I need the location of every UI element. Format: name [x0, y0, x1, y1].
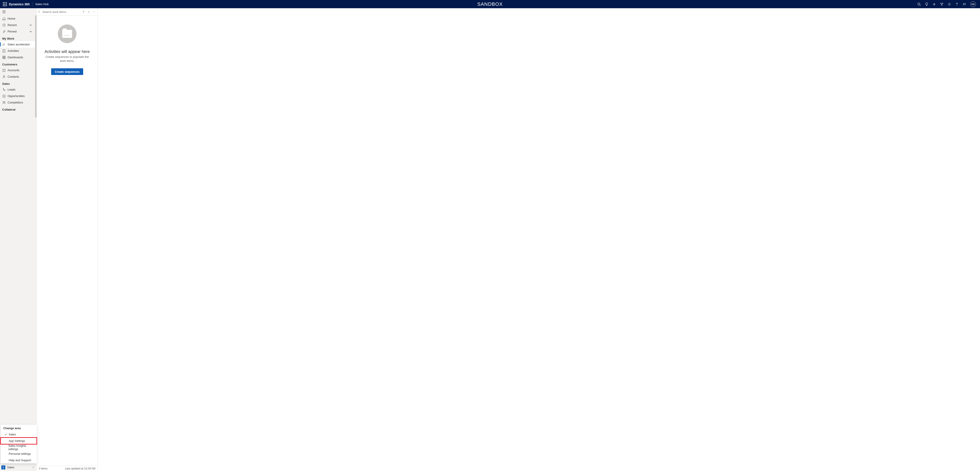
hamburger-icon[interactable] [2, 10, 6, 14]
search-icon[interactable] [38, 10, 40, 14]
section-customers: Customers [0, 61, 37, 67]
nav-label: Competitors [8, 101, 23, 104]
opportunity-icon [2, 94, 6, 98]
area-option-label: Sales Insights settings [8, 444, 34, 451]
svg-rect-22 [3, 57, 4, 59]
sidebar-item-accounts[interactable]: Accounts [0, 67, 37, 73]
sort-icon[interactable] [88, 10, 90, 14]
nav-label: Pinned [8, 30, 16, 33]
svg-line-10 [920, 5, 921, 6]
sidebar-item-activities[interactable]: Activities [0, 48, 37, 54]
svg-point-9 [918, 3, 920, 5]
person-icon [2, 75, 6, 78]
chevrons-icon [32, 466, 35, 469]
avatar[interactable]: NR [970, 2, 976, 7]
sidebar-item-competitors[interactable]: Competitors [0, 99, 37, 106]
work-panel-status: 0 items Last updated at 10:29 AM [37, 466, 98, 471]
app-name-label[interactable]: Sales Hub [35, 2, 48, 6]
more-icon[interactable] [93, 10, 95, 14]
waffle-icon[interactable] [3, 2, 7, 6]
filter-icon[interactable] [940, 2, 943, 6]
sidebar-item-sales-accelerator[interactable]: Sales accelerator [0, 41, 37, 48]
check-icon [4, 433, 8, 436]
svg-rect-0 [3, 2, 4, 3]
svg-rect-26 [3, 95, 5, 97]
chevron-down-icon [29, 23, 32, 27]
people-icon [2, 101, 6, 104]
area-option-label: Sales [9, 433, 16, 436]
nav-scroll: Home Recent Pinned My Work Sales acceler… [0, 15, 37, 463]
nav-label: Accounts [8, 69, 19, 72]
area-option-personal-settings[interactable]: Personal settings [1, 450, 37, 457]
area-switcher[interactable]: S Sales [0, 463, 37, 471]
clock-icon [2, 23, 6, 27]
sidebar-item-leads[interactable]: Leads [0, 86, 37, 93]
help-icon[interactable] [955, 2, 959, 6]
sidebar-item-opportunities[interactable]: Opportunities [0, 93, 37, 99]
main-layout: Home Recent Pinned My Work Sales acceler… [0, 8, 980, 471]
svg-rect-21 [4, 56, 5, 57]
area-option-sales-insights[interactable]: Sales Insights settings [1, 444, 37, 450]
empty-state-icon [58, 24, 76, 43]
svg-rect-20 [3, 56, 4, 57]
svg-rect-19 [3, 49, 5, 52]
svg-rect-5 [6, 4, 7, 5]
blank-icon [4, 458, 8, 462]
sidebar-item-home[interactable]: Home [0, 15, 37, 22]
scrollbar-thumb[interactable] [35, 15, 37, 118]
plus-icon[interactable] [932, 2, 936, 6]
svg-point-25 [3, 75, 5, 77]
area-popup-header: Change area [1, 425, 37, 431]
create-sequences-button[interactable]: Create sequences [51, 68, 83, 75]
sidebar-item-contacts[interactable]: Contacts [0, 73, 37, 80]
rocket-icon [2, 43, 6, 46]
global-header: Dynamics 365 Sales Hub SANDBOX NR [0, 0, 980, 8]
svg-rect-6 [3, 5, 4, 6]
filter-icon[interactable] [83, 10, 85, 14]
blank-icon [4, 439, 8, 443]
area-popup: Change area Sales App Settings Sales Ins… [1, 425, 37, 463]
nav-label: Opportunities [8, 94, 25, 98]
home-icon [2, 17, 6, 21]
work-panel-toolbar [37, 8, 98, 16]
environment-label: SANDBOX [477, 2, 503, 7]
gear-icon[interactable] [948, 2, 951, 6]
work-panel-body: Activities will appear here Create seque… [37, 16, 98, 466]
svg-rect-4 [5, 4, 5, 5]
header-actions: NR [917, 2, 978, 7]
sidebar-item-dashboards[interactable]: Dashboards [0, 54, 37, 61]
svg-rect-3 [3, 4, 4, 5]
dashboard-icon [2, 56, 6, 59]
area-option-help-support[interactable]: Help and Support [1, 457, 37, 463]
status-updated: Last updated at 10:29 AM [65, 467, 95, 470]
area-option-label: App Settings [9, 439, 25, 442]
building-icon [2, 69, 6, 72]
nav-label: Recent [8, 23, 17, 27]
content-area [98, 8, 980, 471]
area-badge: S [2, 465, 5, 469]
area-option-app-settings[interactable]: App Settings [1, 437, 37, 444]
section-my-work: My Work [0, 35, 37, 41]
svg-rect-8 [6, 5, 7, 6]
svg-line-30 [40, 12, 40, 13]
svg-point-31 [93, 11, 94, 12]
nav-label: Home [8, 17, 15, 20]
svg-point-13 [949, 4, 950, 5]
search-input[interactable] [41, 10, 81, 14]
sidebar-item-pinned[interactable]: Pinned [0, 28, 37, 35]
lightbulb-icon[interactable] [925, 2, 928, 6]
svg-point-14 [957, 5, 957, 5]
empty-state-title: Activities will appear here [45, 49, 90, 54]
svg-rect-7 [5, 5, 5, 6]
svg-point-28 [4, 101, 5, 102]
svg-rect-2 [6, 2, 7, 3]
area-option-sales[interactable]: Sales [1, 431, 37, 437]
brand-label[interactable]: Dynamics 365 [9, 2, 32, 6]
nav-label: Dashboards [8, 56, 23, 59]
search-icon[interactable] [917, 2, 921, 6]
svg-point-29 [38, 11, 40, 12]
nav-label: Activities [8, 49, 19, 53]
assistant-icon[interactable] [963, 2, 966, 6]
sidebar-item-recent[interactable]: Recent [0, 22, 37, 28]
svg-point-33 [94, 11, 95, 12]
